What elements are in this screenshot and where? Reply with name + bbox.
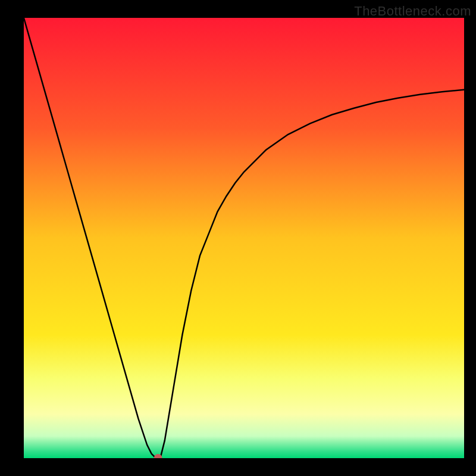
plot-inner	[24, 18, 464, 458]
chart-svg	[24, 18, 464, 458]
watermark-text: TheBottleneck.com	[354, 4, 471, 19]
gradient-background	[24, 18, 464, 458]
chart-area	[0, 0, 476, 476]
